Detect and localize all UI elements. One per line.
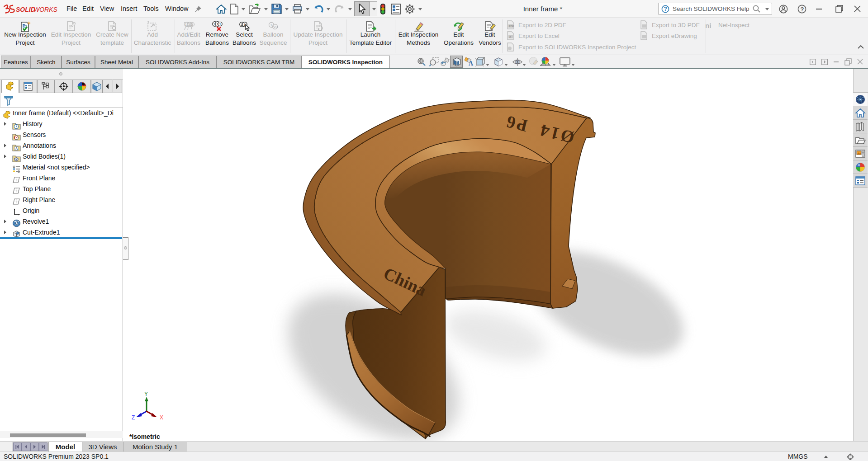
svg-text:1: 1 bbox=[241, 23, 243, 27]
svg-text:*Isometric: *Isometric bbox=[129, 433, 160, 440]
svg-text:3: 3 bbox=[191, 23, 193, 26]
svg-text:1: 1 bbox=[213, 22, 216, 26]
svg-text:SOLID: SOLID bbox=[16, 6, 35, 13]
svg-text:X: X bbox=[160, 414, 163, 421]
svg-text:X: X bbox=[509, 35, 512, 38]
svg-text:1: 1 bbox=[270, 23, 273, 27]
svg-text:A: A bbox=[15, 146, 18, 151]
svg-text:23: 23 bbox=[274, 25, 278, 29]
svg-text:WORKS: WORKS bbox=[33, 6, 58, 13]
svg-text:PDF: PDF bbox=[509, 25, 514, 28]
svg-text:?: ? bbox=[664, 6, 667, 12]
svg-text:A: A bbox=[469, 60, 474, 67]
svg-text:Y: Y bbox=[144, 391, 148, 397]
svg-text:2: 2 bbox=[189, 23, 190, 26]
svg-text:Z: Z bbox=[132, 414, 135, 421]
svg-text:1: 1 bbox=[219, 22, 222, 26]
svg-text:?: ? bbox=[801, 6, 804, 13]
svg-text:1: 1 bbox=[217, 22, 219, 26]
svg-text:ni: ni bbox=[705, 22, 711, 29]
svg-text:1: 1 bbox=[185, 23, 187, 26]
